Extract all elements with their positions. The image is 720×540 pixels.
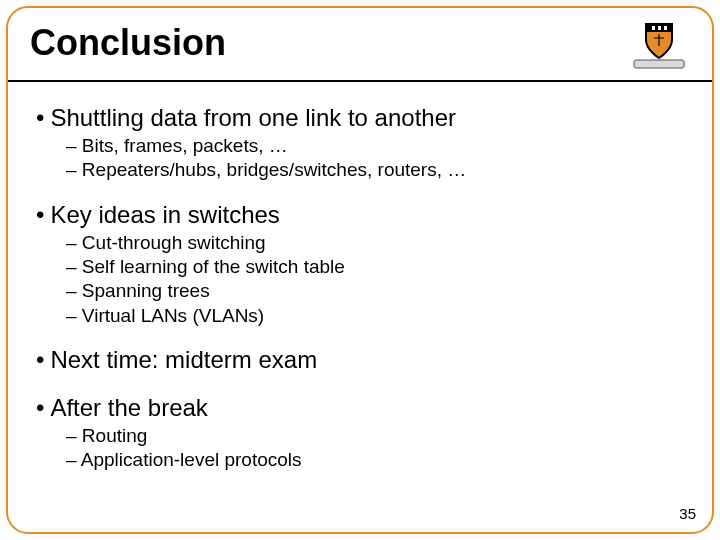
- bullet-level1: •Next time: midterm exam: [36, 346, 684, 374]
- bullet-level2: – Virtual LANs (VLANs): [66, 304, 684, 328]
- bullet-text: Cut-through switching: [82, 232, 266, 253]
- bullet-text: Shuttling data from one link to another: [50, 104, 456, 131]
- bullet-level1: •After the break: [36, 394, 684, 422]
- bullet-text: Key ideas in switches: [50, 201, 279, 228]
- bullet-level2: – Repeaters/hubs, bridges/switches, rout…: [66, 158, 684, 182]
- svg-rect-1: [652, 26, 655, 30]
- slide-frame: Conclusion •Shuttling data from one link…: [6, 6, 714, 534]
- slide-title: Conclusion: [30, 22, 226, 64]
- svg-rect-0: [634, 60, 684, 68]
- title-underline: [8, 80, 712, 82]
- bullet-level2: – Spanning trees: [66, 279, 684, 303]
- bullet-level2: – Bits, frames, packets, …: [66, 134, 684, 158]
- slide-body: •Shuttling data from one link to another…: [36, 98, 684, 473]
- bullet-level1: •Key ideas in switches: [36, 201, 684, 229]
- bullet-text: Application-level protocols: [81, 449, 302, 470]
- svg-rect-3: [664, 26, 667, 30]
- bullet-text: Self learning of the switch table: [82, 256, 345, 277]
- bullet-text: Routing: [82, 425, 148, 446]
- svg-rect-2: [658, 26, 661, 30]
- bullet-level2: – Self learning of the switch table: [66, 255, 684, 279]
- bullet-level2: – Routing: [66, 424, 684, 448]
- bullet-level1: •Shuttling data from one link to another: [36, 104, 684, 132]
- bullet-level2: – Application-level protocols: [66, 448, 684, 472]
- princeton-shield-logo: [628, 20, 690, 74]
- bullet-level2: – Cut-through switching: [66, 231, 684, 255]
- bullet-text: Spanning trees: [82, 280, 210, 301]
- bullet-text: Bits, frames, packets, …: [82, 135, 288, 156]
- bullet-text: After the break: [50, 394, 207, 421]
- bullet-text: Repeaters/hubs, bridges/switches, router…: [82, 159, 466, 180]
- bullet-text: Next time: midterm exam: [50, 346, 317, 373]
- page-number: 35: [679, 505, 696, 522]
- bullet-text: Virtual LANs (VLANs): [82, 305, 264, 326]
